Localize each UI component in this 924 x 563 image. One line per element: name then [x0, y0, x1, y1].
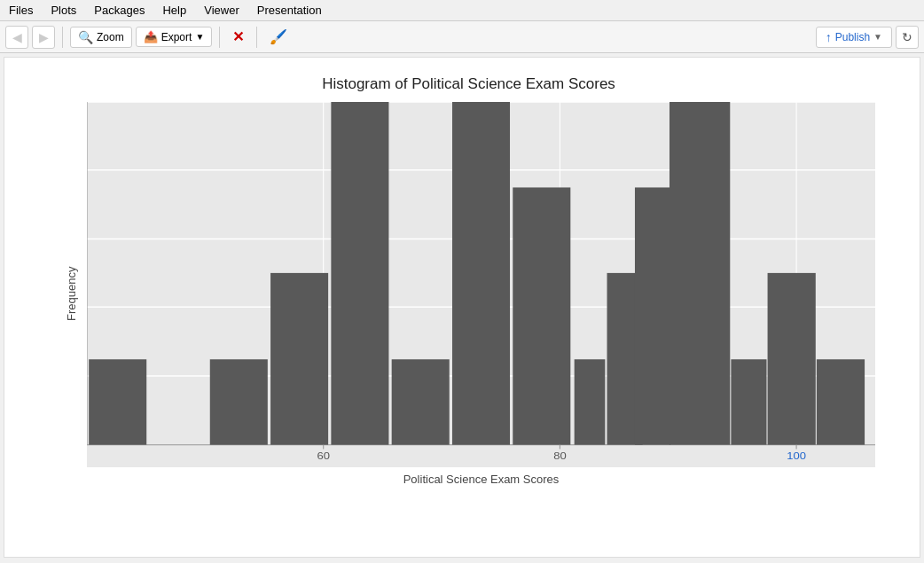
svg-rect-12 [210, 359, 268, 444]
toolbar: ◀ ▶ 🔍 Zoom 📤 Export ▼ ✕ 🖌️ ↑ Publish ▼ ↻ [0, 21, 924, 53]
svg-rect-16 [452, 102, 510, 445]
publish-icon: ↑ [826, 30, 832, 44]
svg-rect-14 [331, 102, 388, 445]
plot-area: Histogram of Political Science Exam Scor… [4, 57, 920, 558]
svg-text:80: 80 [553, 450, 567, 461]
menu-bar: Files Plots Packages Help Viewer Present… [0, 0, 924, 21]
zoom-label: Zoom [97, 31, 124, 43]
svg-rect-24 [817, 359, 865, 444]
export-button[interactable]: 📤 Export ▼ [136, 27, 213, 47]
menu-plots[interactable]: Plots [42, 2, 85, 19]
zoom-icon: 🔍 [78, 30, 93, 44]
svg-rect-21 [670, 102, 730, 445]
zoom-button[interactable]: 🔍 Zoom [70, 27, 132, 48]
refresh-button[interactable]: ↻ [896, 26, 919, 49]
svg-rect-15 [392, 359, 450, 444]
separator-2 [219, 27, 220, 48]
separator-3 [256, 27, 257, 48]
menu-packages[interactable]: Packages [85, 2, 153, 19]
svg-rect-23 [768, 273, 816, 445]
chart-container: Histogram of Political Science Exam Scor… [4, 58, 920, 557]
menu-presentation[interactable]: Presentation [248, 2, 331, 19]
svg-rect-20 [635, 187, 670, 444]
forward-button[interactable]: ▶ [32, 26, 55, 49]
clear-icon: ✕ [232, 28, 244, 45]
publish-label: Publish [835, 31, 870, 43]
clear-button[interactable]: ✕ [227, 27, 249, 47]
brush-button[interactable]: 🖌️ [264, 27, 293, 47]
publish-button[interactable]: ↑ Publish ▼ [816, 27, 892, 48]
histogram-svg: 0 1 2 3 4 60 [87, 102, 875, 467]
export-label: Export [161, 31, 192, 43]
refresh-icon: ↻ [902, 30, 912, 44]
x-axis-label: Political Science Exam Scores [87, 473, 875, 486]
chart-wrap: Frequency [62, 102, 875, 486]
back-button[interactable]: ◀ [5, 26, 28, 49]
publish-dropdown-icon: ▼ [873, 32, 882, 42]
svg-rect-22 [731, 359, 766, 444]
export-dropdown-icon: ▼ [195, 32, 204, 42]
export-icon: 📤 [144, 30, 158, 43]
menu-viewer[interactable]: Viewer [195, 2, 248, 19]
svg-rect-13 [270, 273, 328, 445]
menu-help[interactable]: Help [153, 2, 195, 19]
brush-icon: 🖌️ [270, 28, 287, 45]
svg-text:60: 60 [317, 450, 330, 461]
svg-rect-17 [513, 187, 570, 444]
separator-1 [62, 27, 63, 48]
svg-rect-11 [89, 359, 146, 444]
chart-title: Histogram of Political Science Exam Scor… [62, 75, 875, 93]
menu-files[interactable]: Files [0, 2, 42, 19]
y-axis-label: Frequency [62, 102, 80, 486]
svg-text:100: 100 [787, 450, 806, 461]
chart-inner: 0 1 2 3 4 60 [87, 102, 875, 486]
svg-rect-18 [575, 359, 606, 444]
